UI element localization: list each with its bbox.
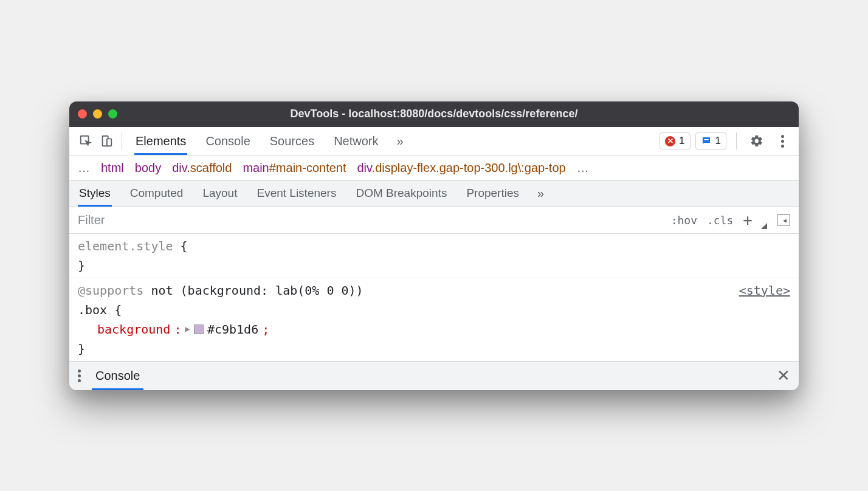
subtab-properties[interactable]: Properties [465, 180, 520, 206]
css-property-value[interactable]: #c9b1d6 [207, 320, 258, 339]
maximize-window-button[interactable] [108, 109, 117, 118]
breadcrumb-item[interactable]: body [135, 161, 161, 175]
minimize-window-button[interactable] [93, 109, 102, 118]
resize-corner-icon [759, 221, 767, 229]
inspect-element-icon[interactable] [75, 131, 96, 151]
close-drawer-icon[interactable]: ✕ [777, 366, 790, 385]
hov-toggle[interactable]: :hov [671, 214, 697, 227]
error-count: 1 [679, 135, 684, 147]
traffic-lights [78, 109, 117, 118]
device-toggle-icon[interactable] [96, 131, 117, 151]
toggle-sidebar-icon[interactable] [777, 215, 790, 225]
close-window-button[interactable] [78, 109, 87, 118]
expand-triangle-icon[interactable]: ▶ [185, 322, 190, 335]
breadcrumb-trailing[interactable]: … [577, 161, 589, 175]
styles-subtabs: Styles Computed Layout Event Listeners D… [69, 180, 799, 207]
drawer-menu-icon[interactable] [78, 369, 81, 382]
breadcrumb-leading[interactable]: … [78, 161, 90, 175]
message-icon [701, 136, 712, 146]
breadcrumb-item[interactable]: main#main-content [243, 161, 346, 175]
error-badge[interactable]: ✕ 1 [660, 132, 690, 149]
toolbar-right: ✕ 1 1 [660, 131, 793, 151]
message-count: 1 [715, 135, 721, 147]
styles-filter-bar: :hov .cls + [69, 207, 799, 234]
new-style-rule-button[interactable]: + [743, 211, 753, 229]
cls-toggle[interactable]: .cls [707, 214, 733, 227]
main-toolbar: Elements Console Sources Network » ✕ 1 1 [69, 127, 799, 156]
separator [122, 132, 122, 149]
rule-close: } [78, 256, 790, 275]
titlebar: DevTools - localhost:8080/docs/devtools/… [69, 101, 799, 127]
svg-rect-2 [107, 139, 111, 146]
style-rule[interactable]: element.style { } [69, 234, 799, 278]
console-drawer: Console ✕ [69, 361, 799, 390]
breadcrumb-item[interactable]: div.display-flex.gap-top-300.lg\:gap-top [357, 161, 566, 175]
subtab-dom-breakpoints[interactable]: DOM Breakpoints [354, 180, 448, 206]
css-property-name[interactable]: background [97, 320, 170, 339]
devtools-window: DevTools - localhost:8080/docs/devtools/… [69, 101, 799, 390]
settings-icon[interactable] [746, 131, 767, 151]
breadcrumb-item[interactable]: html [101, 161, 124, 175]
tab-console[interactable]: Console [204, 128, 251, 154]
subtab-computed[interactable]: Computed [129, 180, 185, 206]
separator [736, 132, 737, 149]
svg-rect-3 [704, 139, 709, 140]
error-icon: ✕ [665, 136, 675, 146]
tab-elements[interactable]: Elements [134, 128, 187, 154]
styles-pane: element.style { } <style> @supports not … [69, 234, 799, 361]
rule-close: } [78, 339, 790, 359]
css-declaration[interactable]: background: ▶ #c9b1d6; [78, 320, 790, 339]
rule-source-link[interactable]: <style> [739, 281, 790, 300]
message-badge[interactable]: 1 [695, 132, 726, 149]
more-menu-icon[interactable] [772, 131, 793, 151]
rule-selector[interactable]: element.style [78, 239, 173, 253]
filter-controls: :hov .cls + [663, 211, 799, 229]
color-swatch[interactable] [194, 324, 204, 334]
subtab-layout[interactable]: Layout [201, 180, 238, 206]
at-rule: @supports [78, 283, 143, 298]
subtabs-overflow-icon[interactable]: » [537, 187, 540, 201]
main-tabs: Elements Console Sources Network » [134, 128, 660, 154]
breadcrumb-item[interactable]: div.scaffold [172, 161, 232, 175]
breadcrumb: … html body div.scaffold main#main-conte… [69, 156, 799, 180]
styles-filter-input[interactable] [69, 207, 663, 233]
drawer-tab-console[interactable]: Console [92, 363, 143, 389]
tabs-overflow-icon[interactable]: » [397, 134, 400, 148]
tab-sources[interactable]: Sources [269, 128, 315, 154]
subtab-styles[interactable]: Styles [78, 180, 112, 206]
style-rule[interactable]: <style> @supports not (background: lab(0… [69, 278, 799, 361]
window-title: DevTools - localhost:8080/docs/devtools/… [291, 108, 578, 120]
subtab-event-listeners[interactable]: Event Listeners [255, 180, 337, 206]
tab-network[interactable]: Network [332, 128, 379, 154]
rule-selector[interactable]: .box [78, 303, 107, 317]
